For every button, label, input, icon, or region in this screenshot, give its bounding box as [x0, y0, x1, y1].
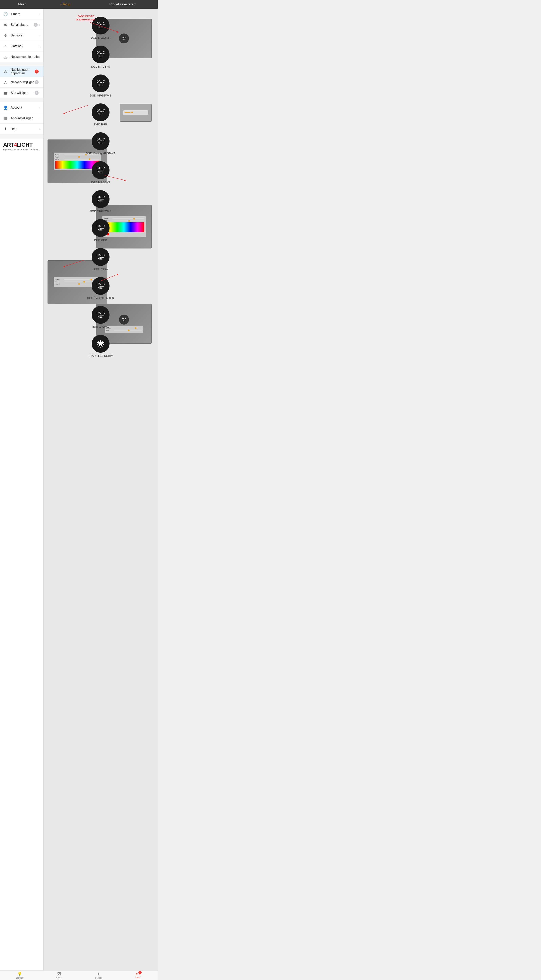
- profile-dgd-rgb[interactable]: DALC NET DGD RGB: [92, 103, 109, 126]
- sidebar-label-help: Help: [11, 127, 39, 131]
- tab-lampen[interactable]: 💡 Lampen: [0, 970, 40, 980]
- meer-badge: 1: [138, 971, 141, 974]
- logo-light: LIGHT: [17, 142, 32, 148]
- tab-label-meer: Meer: [136, 977, 140, 979]
- tab-label-scenes: Scenes: [95, 977, 102, 979]
- brand-bottom: NET: [97, 25, 104, 29]
- sidebar-item-sensoren[interactable]: ⊙ Sensoren ›: [0, 30, 43, 41]
- sidebar-item-nabijgelegen[interactable]: ◎ Nabijgelegen apparaten 1: [0, 66, 43, 77]
- sidebar-separator: [0, 62, 43, 66]
- sidebar-label-gateway: Gateway: [11, 45, 39, 48]
- chevron-right-icon: ›: [39, 13, 40, 16]
- dalcnet-circle-10: DALC NET: [92, 277, 109, 295]
- sidebar-item-schakelaars[interactable]: ✉ Schakelaars ! ›: [0, 19, 43, 30]
- sidebar-label-schakelaars: Schakelaars: [11, 23, 34, 27]
- chevron-right-icon: ›: [39, 23, 40, 26]
- sidebar-separator-2: [0, 98, 43, 102]
- clock-icon: 🕐: [3, 12, 8, 16]
- galerij-icon: 🖼: [57, 972, 61, 976]
- chevron-right-icon: ›: [39, 55, 40, 59]
- nearby-icon: ◎: [3, 69, 8, 74]
- scenes-icon: ✦: [97, 972, 100, 977]
- app-settings-icon: ▦: [3, 116, 8, 121]
- sidebar-label-appinstellingen: App-instellingen: [11, 116, 39, 120]
- dalcnet-circle-7: DALC NET: [92, 190, 109, 208]
- dalcnet-circle-11: DALC NET: [92, 306, 109, 324]
- sidebar-item-sitewijzigen[interactable]: ▦ Site wijzigen !: [0, 88, 43, 98]
- sidebar-item-timers[interactable]: 🕐 Timers ›: [0, 9, 43, 19]
- logo-text: ART4LIGHT: [3, 142, 40, 148]
- sidebar-separator-3: [0, 134, 43, 138]
- main-layout: 🕐 Timers › ✉ Schakelaars ! › ⊙ Sensoren …: [0, 9, 158, 970]
- profile-name-1: DGD Broadcast: [91, 36, 110, 39]
- bottom-tab-bar: 💡 Lampen 🖼 Galerij ✦ Scenes ••• 1 Meer: [0, 970, 158, 980]
- page-title: Profiel selecteren: [87, 2, 158, 6]
- sidebar-title: Meer: [0, 2, 44, 6]
- back-button[interactable]: ‹ Terug: [44, 3, 87, 6]
- tab-scenes[interactable]: ✦ Scenes: [79, 970, 118, 980]
- svg-point-15: [102, 341, 103, 342]
- profile-dgd-mrgbs[interactable]: DALC NET DGD MRGB+S: [91, 46, 110, 68]
- fabrieksaf-label: FABRIEKSAF:DGD Broadcast: [76, 15, 95, 21]
- sidebar-item-netwerkwijzigen[interactable]: △ Netwerk wijzigen !: [0, 77, 43, 88]
- profile-dgd-rgbw[interactable]: DALC NET DGD RGBW: [92, 248, 109, 270]
- svg-marker-10: [97, 340, 104, 347]
- sidebar-item-gateway[interactable]: ⌂ Gateway ›: [0, 41, 43, 51]
- profile-name-4: DGD RGB: [94, 123, 107, 126]
- profile-dgd-broadcast[interactable]: FABRIEKSAF:DGD Broadcast DALC NET DGD Br…: [91, 17, 110, 39]
- sidebar-item-account[interactable]: 👤 Account ›: [0, 102, 43, 113]
- profile-dgd-mrgbws2[interactable]: DALC NET DGD MRGBW+S: [90, 190, 111, 213]
- profile-star-le40[interactable]: STAR-LE40-RGBW: [89, 335, 113, 358]
- svg-point-13: [103, 344, 104, 345]
- sidebar-label-nabijgelegen: Nabijgelegen apparaten: [11, 68, 35, 75]
- screenshot-preview-2: [120, 104, 152, 122]
- lampen-icon: 💡: [17, 972, 22, 977]
- profile-name-10: DGD TW 2700-6000K: [87, 296, 114, 299]
- sidebar-item-appinstellingen[interactable]: ▦ App-instellingen ›: [0, 113, 43, 124]
- tab-meer[interactable]: ••• 1 Meer: [118, 970, 158, 980]
- profile-dgd-moving[interactable]: DALC NET DGD Moving MRGBWS: [86, 132, 116, 155]
- site-icon: ▦: [3, 91, 8, 95]
- network-icon: △: [3, 54, 8, 59]
- profile-dgd-tw[interactable]: DALC NET DGD TW 2700-6000K: [87, 277, 114, 299]
- preview-dalcnet-1: DALC NET: [119, 33, 129, 43]
- logo-area: ART4LIGHT Importer Casambi Enabled Produ…: [0, 138, 43, 154]
- svg-point-14: [98, 341, 99, 342]
- profile-dgd-mrgbws[interactable]: DALC NET DGD MRGBW+S: [90, 75, 111, 97]
- top-nav: Meer ‹ Terug Profiel selecteren: [0, 0, 158, 9]
- profile-dgd-wwww[interactable]: DALC NET DGD WWWW: [92, 306, 109, 329]
- help-icon: ℹ: [3, 127, 8, 131]
- badge-gray-site: !: [35, 91, 39, 95]
- dalcnet-circle-2: DALC NET: [92, 46, 109, 64]
- profile-name-8: DGD RGB: [94, 239, 107, 242]
- logo-subtitle: Importer Casambi Enabled Products: [3, 148, 40, 151]
- profile-name-7: DGD MRGBW+S: [90, 210, 111, 213]
- profile-dgd-rgb2[interactable]: DALC NET DGD RGB: [92, 219, 109, 242]
- profiles-wrapper: DALC NET: [48, 13, 154, 364]
- badge-gray-schakelaars: !: [34, 23, 38, 27]
- chevron-right-icon: ›: [39, 45, 40, 48]
- tab-label-lampen: Lampen: [16, 977, 23, 979]
- chevron-right-icon: ›: [39, 117, 40, 120]
- profile-name-6: DGD MRGB+S: [91, 181, 110, 184]
- dalcnet-circle-8: DALC NET: [92, 219, 109, 237]
- badge-gray-netwerk: !: [35, 80, 39, 84]
- brand-top: DALC: [97, 22, 105, 25]
- chevron-right-icon: ›: [39, 127, 40, 130]
- account-icon: 👤: [3, 105, 8, 110]
- sidebar-item-netwerkconfiguratie[interactable]: △ Netwerkconfiguratie ›: [0, 51, 43, 62]
- profile-name-2: DGD MRGB+S: [91, 65, 110, 68]
- gateway-icon: ⌂: [3, 44, 8, 49]
- profile-dgd-mrgbs2[interactable]: DALC NET DGD MRGB+S: [91, 161, 110, 184]
- dalcnet-circle-4: DALC NET: [92, 103, 109, 121]
- preview-dalcnet-6: DALC NET: [119, 315, 129, 325]
- sidebar-item-help[interactable]: ℹ Help ›: [0, 124, 43, 134]
- chevron-right-icon: ›: [39, 34, 40, 37]
- profile-name-12: STAR-LE40-RGBW: [89, 354, 113, 358]
- dalcnet-circle-3: DALC NET: [92, 75, 109, 92]
- logo-art: ART: [3, 142, 14, 148]
- back-arrow-icon: ‹: [60, 3, 61, 6]
- tab-galerij[interactable]: 🖼 Galerij: [40, 970, 79, 980]
- sidebar: 🕐 Timers › ✉ Schakelaars ! › ⊙ Sensoren …: [0, 9, 44, 970]
- profile-name-3: DGD MRGBW+S: [90, 94, 111, 97]
